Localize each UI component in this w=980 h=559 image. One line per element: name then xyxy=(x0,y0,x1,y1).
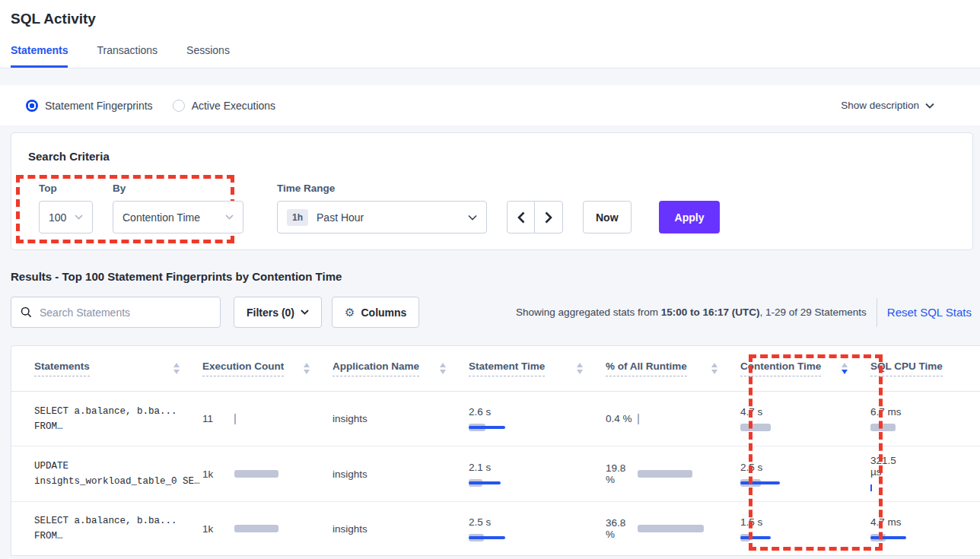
sort-icon[interactable] xyxy=(304,363,310,374)
search-criteria-heading: Search Criteria xyxy=(28,150,956,163)
chevron-down-icon xyxy=(75,214,83,220)
execution-count-cell: 11 xyxy=(202,413,332,424)
chevron-left-icon xyxy=(517,211,525,224)
statement-time-cell: 2.5 s xyxy=(469,515,606,543)
columns-button[interactable]: ⚙ Columns xyxy=(332,297,419,328)
top-select-value: 100 xyxy=(49,211,66,224)
sort-icon[interactable] xyxy=(173,363,180,374)
sort-icon-active-desc[interactable] xyxy=(842,363,848,374)
table-row[interactable]: UPDATE insights_workload_table_0 SE… 1k … xyxy=(11,446,980,502)
statement-search-box[interactable] xyxy=(11,297,221,328)
search-icon xyxy=(21,306,32,318)
statement-time-cell: 2.6 s xyxy=(469,405,606,433)
top-select[interactable]: 100 xyxy=(39,201,93,233)
execution-count-cell: 1k xyxy=(202,468,332,480)
radio-label: Active Executions xyxy=(192,100,276,112)
application-name-cell: insights xyxy=(332,523,469,535)
column-header-execution-count[interactable]: Execution Count xyxy=(202,360,332,376)
search-statements-input[interactable] xyxy=(40,306,192,319)
show-description-label: Show description xyxy=(841,100,919,111)
column-header-contention-time[interactable]: Contention Time xyxy=(740,360,870,376)
time-range-badge: 1h xyxy=(287,209,308,226)
chevron-down-icon xyxy=(468,214,477,221)
stddev-bar xyxy=(740,481,780,484)
chevron-right-icon xyxy=(545,211,552,224)
now-button[interactable]: Now xyxy=(583,201,632,233)
sql-cpu-time-cell: 4.7 ms xyxy=(870,515,980,543)
search-criteria-card: Search Criteria Top 100 By Contention Ti… xyxy=(11,132,973,250)
by-select[interactable]: Contention Time xyxy=(113,201,243,233)
chevron-down-icon xyxy=(301,310,309,315)
pct-bar xyxy=(638,470,692,478)
sql-cpu-time-cell: 321.5 µs xyxy=(870,455,980,493)
execution-count-cell: 1k xyxy=(202,523,332,535)
pct-bar xyxy=(638,525,704,532)
pct-runtime-cell: 19.8 % xyxy=(606,462,740,485)
contention-time-cell: 2.5 s xyxy=(740,460,870,488)
radio-active-executions[interactable]: Active Executions xyxy=(173,100,276,112)
statement-fingerprint-link[interactable]: SELECT a.balance, b.ba... FROM… xyxy=(11,513,202,544)
page-header: SQL Activity Statements Transactions Ses… xyxy=(0,0,980,68)
mean-bar xyxy=(740,424,771,431)
statements-table: Statements Execution Count Application N… xyxy=(11,345,980,556)
time-step-buttons xyxy=(507,201,563,233)
chevron-down-icon xyxy=(925,103,934,109)
statement-fingerprint-link[interactable]: UPDATE insights_workload_table_0 SE… xyxy=(11,459,202,489)
column-header-sql-cpu-time[interactable]: SQL CPU Time xyxy=(870,360,980,376)
tab-bar: Statements Transactions Sessions xyxy=(11,44,980,68)
stddev-bar xyxy=(740,536,771,539)
by-label: By xyxy=(113,183,257,194)
view-toggle-bar: Statement Fingerprints Active Executions… xyxy=(0,85,980,125)
count-tick-bar xyxy=(234,414,236,424)
table-row[interactable]: SELECT a.balance, b.ba... FROM… 1k insig… xyxy=(11,502,980,555)
column-header-statements[interactable]: Statements xyxy=(11,360,202,376)
pct-runtime-cell: 36.8 % xyxy=(606,517,740,540)
tab-statements[interactable]: Statements xyxy=(11,44,68,68)
stddev-bar xyxy=(469,426,505,429)
column-header-pct-runtime[interactable]: % of All Runtime xyxy=(606,360,740,376)
statement-time-cell: 2.1 s xyxy=(469,460,606,488)
page-title: SQL Activity xyxy=(11,11,980,27)
next-time-button[interactable] xyxy=(535,202,562,233)
table-row[interactable]: SELECT a.balance, b.ba... FROM… 11 insig… xyxy=(11,392,980,446)
time-range-select[interactable]: 1h Past Hour xyxy=(277,201,487,233)
pct-tick-bar xyxy=(638,414,639,424)
contention-time-cell: 4.7 s xyxy=(740,405,870,433)
radio-statement-fingerprints[interactable]: Statement Fingerprints xyxy=(26,100,153,112)
stddev-bar xyxy=(870,536,906,539)
statement-fingerprint-link[interactable]: SELECT a.balance, b.ba... FROM… xyxy=(11,404,202,434)
application-name-cell: insights xyxy=(332,413,469,424)
reset-sql-stats-link[interactable]: Reset SQL Stats xyxy=(887,306,972,319)
radio-unselected-icon[interactable] xyxy=(173,100,185,112)
apply-button[interactable]: Apply xyxy=(659,201,721,233)
vertical-divider xyxy=(877,298,877,327)
by-select-value: Contention Time xyxy=(123,211,200,224)
column-header-statement-time[interactable]: Statement Time xyxy=(469,360,606,376)
previous-time-button[interactable] xyxy=(508,202,535,233)
contention-time-cell: 1.5 s xyxy=(740,515,870,543)
time-range-label: Time Range xyxy=(277,183,487,194)
top-label: Top xyxy=(39,183,93,194)
sort-icon[interactable] xyxy=(577,363,583,374)
tab-transactions[interactable]: Transactions xyxy=(97,44,158,68)
chevron-down-icon xyxy=(225,214,234,220)
show-description-toggle[interactable]: Show description xyxy=(841,100,934,111)
radio-label: Statement Fingerprints xyxy=(45,100,153,112)
pct-runtime-cell: 0.4 % xyxy=(606,413,740,424)
column-header-application-name[interactable]: Application Name xyxy=(332,360,469,376)
gear-icon: ⚙ xyxy=(345,306,355,319)
filters-button[interactable]: Filters (0) xyxy=(234,297,322,328)
sort-icon[interactable] xyxy=(711,363,718,374)
sql-cpu-time-cell: 6.7 ms xyxy=(870,405,980,433)
application-name-cell: insights xyxy=(332,468,469,480)
view-radio-group: Statement Fingerprints Active Executions xyxy=(26,100,275,112)
cpu-tick-bar xyxy=(870,484,872,491)
count-bar xyxy=(234,525,278,532)
sort-icon[interactable] xyxy=(440,363,446,374)
tab-sessions[interactable]: Sessions xyxy=(186,44,230,68)
columns-label: Columns xyxy=(361,306,406,319)
radio-selected-icon[interactable] xyxy=(26,100,38,112)
table-header-row: Statements Execution Count Application N… xyxy=(11,346,980,392)
stddev-bar xyxy=(469,536,505,539)
results-toolbar: Filters (0) ⚙ Columns Showing aggregated… xyxy=(11,297,973,328)
